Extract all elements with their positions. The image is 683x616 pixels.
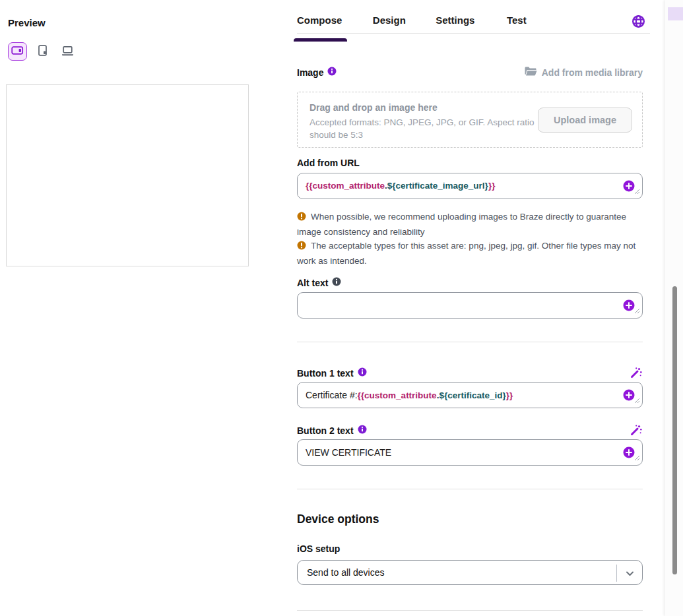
folder-icon bbox=[524, 66, 537, 78]
add-from-url-label: Add from URL bbox=[297, 158, 360, 168]
globe-icon bbox=[632, 20, 645, 30]
image-url-input[interactable]: {{custom_attribute.${certificate_image_u… bbox=[297, 173, 643, 199]
device-toggle-laptop[interactable] bbox=[58, 42, 77, 61]
select-separator bbox=[616, 565, 617, 582]
tab-design-label: Design bbox=[373, 15, 406, 26]
tab-design[interactable]: Design bbox=[373, 15, 406, 26]
warning-item: The acceptable types for this asset are:… bbox=[297, 239, 643, 268]
device-options-heading: Device options bbox=[297, 512, 379, 526]
right-panel-rail bbox=[665, 0, 683, 616]
tab-test[interactable]: Test bbox=[507, 15, 527, 26]
device-toggle-phone-landscape[interactable] bbox=[8, 42, 27, 61]
image-url-value: {{custom_attribute.${certificate_image_u… bbox=[306, 181, 495, 191]
textarea-resize-handle[interactable] bbox=[634, 187, 640, 197]
compose-panel: Compose Design Settings Test bbox=[297, 0, 643, 616]
textarea-resize-handle[interactable] bbox=[634, 306, 640, 316]
image-label: Image bbox=[297, 67, 323, 78]
laptop-icon bbox=[61, 46, 74, 58]
vertical-scrollbar-thumb[interactable] bbox=[672, 286, 677, 574]
tab-compose[interactable]: Compose bbox=[297, 15, 342, 26]
alt-text-info-icon[interactable] bbox=[332, 277, 341, 288]
tab-settings-label: Settings bbox=[436, 15, 474, 26]
phone-landscape-icon bbox=[11, 46, 24, 57]
alt-text-input[interactable] bbox=[297, 292, 643, 319]
button1-text-value: Certificate #:{{custom_attribute.${certi… bbox=[306, 390, 513, 400]
textarea-resize-handle[interactable] bbox=[634, 453, 640, 463]
add-from-media-library-label: Add from media library bbox=[542, 67, 643, 78]
ios-setup-selected-value: Send to all devices bbox=[307, 567, 385, 578]
button2-label: Button 2 text bbox=[297, 425, 354, 436]
warning-item: When possible, we recommend uploading im… bbox=[297, 210, 643, 239]
add-from-media-library-button[interactable]: Add from media library bbox=[524, 66, 643, 78]
tab-test-label: Test bbox=[507, 15, 527, 26]
ios-setup-select[interactable]: Send to all devices bbox=[297, 560, 643, 585]
button2-text-value: VIEW CERTIFICATE bbox=[306, 447, 391, 458]
dropzone-title: Drag and drop an image here bbox=[309, 102, 438, 113]
magic-wand-icon bbox=[629, 372, 643, 382]
alt-text-label: Alt text bbox=[297, 278, 328, 288]
button2-label-row: Button 2 text bbox=[297, 423, 643, 437]
image-info-icon[interactable] bbox=[327, 67, 337, 78]
button2-text-input[interactable]: VIEW CERTIFICATE bbox=[297, 439, 643, 466]
warning-icon bbox=[297, 240, 306, 254]
button1-label-row: Button 1 text bbox=[297, 366, 643, 380]
add-personalization-button[interactable] bbox=[623, 299, 635, 311]
locale-globe-button[interactable] bbox=[632, 15, 645, 28]
section-divider bbox=[297, 610, 643, 611]
device-toggle-phone-portrait[interactable] bbox=[33, 42, 52, 61]
ai-copywriting-wand-button[interactable] bbox=[629, 423, 643, 437]
image-dropzone[interactable]: Drag and drop an image here Accepted for… bbox=[297, 92, 643, 148]
tab-bar: Compose Design Settings Test bbox=[297, 0, 650, 34]
image-section-header: Image Add from media library bbox=[297, 66, 643, 78]
section-divider bbox=[297, 342, 643, 342]
add-personalization-button[interactable] bbox=[623, 389, 635, 401]
button1-info-icon[interactable] bbox=[358, 367, 367, 379]
add-personalization-button[interactable] bbox=[623, 447, 635, 458]
magic-wand-icon bbox=[629, 429, 643, 439]
button1-text-input[interactable]: Certificate #:{{custom_attribute.${certi… bbox=[297, 382, 643, 408]
button1-label: Button 1 text bbox=[297, 368, 354, 379]
add-personalization-button[interactable] bbox=[623, 180, 635, 192]
tab-compose-label: Compose bbox=[297, 15, 342, 26]
warning-text: The acceptable types for this asset are:… bbox=[297, 241, 635, 266]
upload-image-button[interactable]: Upload image bbox=[538, 108, 632, 133]
message-preview-canvas bbox=[6, 84, 249, 266]
textarea-resize-handle[interactable] bbox=[634, 396, 640, 406]
section-divider bbox=[297, 489, 643, 489]
dropzone-subtitle: Accepted formats: PNG, JPEG, JPG, or GIF… bbox=[309, 116, 539, 141]
phone-portrait-icon bbox=[38, 45, 48, 58]
braze-message-composer: Preview bbox=[0, 0, 683, 616]
panel-edge-highlight bbox=[668, 7, 683, 20]
device-toggle-group bbox=[8, 42, 77, 61]
ios-setup-label: iOS setup bbox=[297, 543, 340, 554]
ai-copywriting-wand-button[interactable] bbox=[629, 366, 643, 380]
active-tab-indicator bbox=[294, 38, 347, 42]
warning-text: When possible, we recommend uploading im… bbox=[297, 212, 626, 237]
tab-settings[interactable]: Settings bbox=[436, 15, 474, 26]
preview-title: Preview bbox=[8, 17, 46, 28]
warning-icon bbox=[297, 211, 306, 225]
preview-panel: Preview bbox=[0, 0, 290, 616]
chevron-down-icon bbox=[624, 568, 635, 582]
button2-info-icon[interactable] bbox=[358, 425, 367, 436]
